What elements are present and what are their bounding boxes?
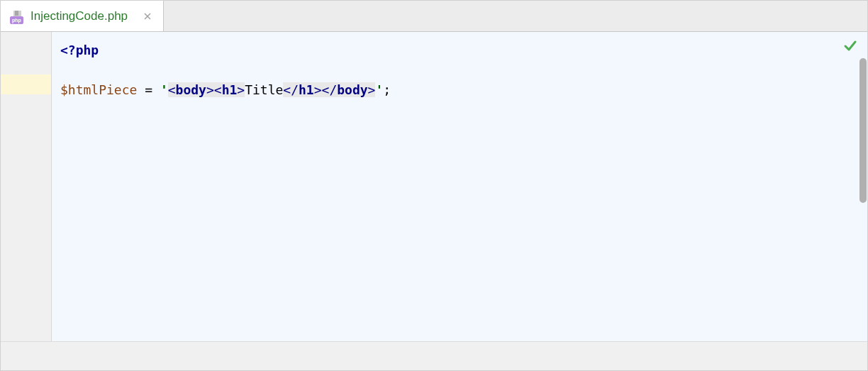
string-open-quote: ' bbox=[160, 82, 168, 97]
html-bracket: > bbox=[314, 82, 322, 97]
file-tab[interactable]: php InjectingCode.php bbox=[1, 1, 164, 31]
php-open-tag: <?php bbox=[60, 43, 99, 57]
code-editor[interactable]: <?php $htmlPiece = '<body><h1>Title</h1>… bbox=[1, 32, 867, 341]
html-slash: / bbox=[329, 82, 337, 97]
html-bracket: < bbox=[214, 82, 222, 97]
gutter-line-highlight bbox=[1, 74, 52, 94]
php-badge-label: php bbox=[10, 16, 23, 24]
html-bracket: < bbox=[283, 82, 291, 97]
scrollbar-track[interactable] bbox=[858, 33, 868, 340]
html-tag-body-open: body bbox=[176, 82, 206, 97]
assignment-op: = bbox=[137, 82, 160, 97]
code-area[interactable]: <?php $htmlPiece = '<body><h1>Title</h1>… bbox=[52, 32, 867, 341]
close-icon[interactable] bbox=[142, 11, 153, 22]
html-bracket: < bbox=[322, 82, 330, 97]
code-line-2 bbox=[60, 60, 859, 80]
html-bracket: < bbox=[168, 82, 176, 97]
code-line-3: $htmlPiece = '<body><h1>Title</h1></body… bbox=[60, 80, 859, 100]
html-text: Title bbox=[245, 82, 283, 97]
scrollbar-thumb[interactable] bbox=[859, 58, 867, 203]
php-file-icon: php bbox=[11, 9, 25, 23]
html-slash: / bbox=[291, 82, 299, 97]
tab-filename: InjectingCode.php bbox=[30, 9, 128, 23]
svg-rect-1 bbox=[15, 11, 18, 16]
semicolon: ; bbox=[383, 82, 391, 97]
tab-bar: php InjectingCode.php bbox=[1, 1, 867, 32]
status-bar bbox=[1, 341, 867, 371]
html-bracket: > bbox=[237, 82, 245, 97]
php-variable: $htmlPiece bbox=[60, 82, 137, 97]
html-bracket: > bbox=[368, 82, 376, 97]
string-close-quote: ' bbox=[375, 82, 383, 97]
code-line-1: <?php bbox=[60, 40, 859, 60]
html-tag-body-close: body bbox=[337, 82, 367, 97]
html-tag-h1-close: h1 bbox=[299, 82, 314, 97]
html-tag-h1-open: h1 bbox=[222, 82, 238, 97]
html-bracket: > bbox=[206, 82, 214, 97]
checkmark-icon[interactable] bbox=[843, 39, 857, 56]
